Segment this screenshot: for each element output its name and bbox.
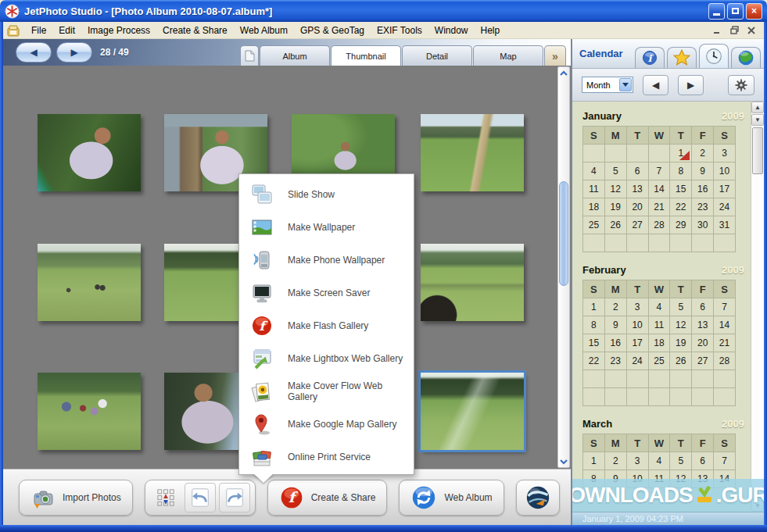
photo-meadow-path[interactable] xyxy=(421,114,524,191)
day-cell[interactable]: 13 xyxy=(692,316,714,334)
day-cell[interactable]: 20 xyxy=(626,198,648,216)
tab-map[interactable] xyxy=(731,47,761,68)
day-cell[interactable]: 22 xyxy=(583,352,605,370)
day-cell[interactable]: 16 xyxy=(692,180,714,198)
day-cell[interactable]: 28 xyxy=(648,216,670,234)
day-cell[interactable]: 3 xyxy=(626,298,648,316)
tab-favorites[interactable] xyxy=(667,47,697,68)
day-cell[interactable]: 22 xyxy=(670,198,692,216)
photo-area-scrollbar[interactable] xyxy=(557,66,570,468)
menu-item-make-phone-wallpaper[interactable]: Make Phone Wallpaper xyxy=(239,244,414,277)
day-cell[interactable]: 3 xyxy=(626,452,648,470)
previous-month-button[interactable]: ◀ xyxy=(643,75,668,95)
day-cell[interactable]: 4 xyxy=(648,452,670,470)
day-cell[interactable]: 21 xyxy=(714,334,736,352)
day-cell[interactable]: 5 xyxy=(604,162,626,180)
day-cell[interactable]: 26 xyxy=(670,352,692,370)
tab-calendar[interactable] xyxy=(699,44,729,68)
day-cell[interactable]: 3 xyxy=(714,145,736,162)
scroll-up-button[interactable] xyxy=(558,67,569,79)
day-cell[interactable]: 10 xyxy=(714,162,736,180)
menu-item-make-google-map-gallery[interactable]: Make Google Map Gallery xyxy=(239,408,414,441)
day-cell[interactable]: 7 xyxy=(648,162,670,180)
day-cell[interactable]: 26 xyxy=(604,216,626,234)
day-cell[interactable]: 23 xyxy=(604,352,626,370)
day-cell[interactable]: 19 xyxy=(670,334,692,352)
mdi-minimize-button[interactable] xyxy=(711,25,723,36)
calendar-scrollbar-thumb[interactable] xyxy=(752,127,763,174)
minimize-button[interactable] xyxy=(708,3,725,20)
tab-album[interactable]: Album xyxy=(260,45,330,66)
day-cell[interactable]: 10 xyxy=(626,316,648,334)
day-cell[interactable]: 2 xyxy=(604,452,626,470)
day-cell[interactable]: 18 xyxy=(648,334,670,352)
photo-meadow-crowd[interactable] xyxy=(421,244,524,321)
menu-item-make-lightbox-web-gallery[interactable]: Make Lightbox Web Gallery xyxy=(239,342,414,375)
view-mode-select[interactable]: Month xyxy=(582,77,633,93)
day-cell[interactable]: 15 xyxy=(670,180,692,198)
menu-item-make-wallpaper[interactable]: Make Wallpaper xyxy=(239,211,414,244)
redo-button[interactable] xyxy=(219,483,250,512)
day-cell[interactable]: 13 xyxy=(626,180,648,198)
day-cell[interactable]: 1 xyxy=(583,298,605,316)
google-earth-button[interactable] xyxy=(516,480,560,516)
day-cell[interactable]: 27 xyxy=(692,352,714,370)
day-cell[interactable]: 14 xyxy=(648,180,670,198)
day-cell[interactable]: 24 xyxy=(714,198,736,216)
menu-edit[interactable]: Edit xyxy=(52,23,81,37)
tab-info[interactable]: i xyxy=(635,47,665,68)
undo-button[interactable] xyxy=(185,483,216,512)
menu-create-share[interactable]: Create & Share xyxy=(156,23,234,37)
tab-map[interactable]: Map xyxy=(473,45,543,66)
mdi-close-button[interactable] xyxy=(745,25,758,36)
calendar-scroll-down-button[interactable]: ▼ xyxy=(751,114,764,126)
day-cell[interactable]: 6 xyxy=(692,298,714,316)
day-cell[interactable]: 7 xyxy=(714,452,736,470)
menu-item-make-screen-saver[interactable]: Make Screen Saver xyxy=(239,277,414,309)
day-cell[interactable]: 24 xyxy=(626,352,648,370)
day-cell[interactable]: 14 xyxy=(714,316,736,334)
day-cell[interactable]: 29 xyxy=(670,216,692,234)
tab-thumbnail[interactable]: Thumbnail xyxy=(331,45,401,66)
tab-detail[interactable]: Detail xyxy=(402,45,472,66)
day-cell[interactable]: 4 xyxy=(583,162,605,180)
day-cell[interactable]: 15 xyxy=(583,334,605,352)
day-cell[interactable]: 28 xyxy=(714,352,736,370)
menu-exif-tools[interactable]: EXIF Tools xyxy=(371,23,428,37)
web-album-button[interactable]: Web Album xyxy=(399,480,504,516)
day-cell[interactable]: 5 xyxy=(670,298,692,316)
day-cell[interactable]: 2 xyxy=(692,145,714,162)
single-page-view-button[interactable] xyxy=(240,45,259,66)
day-cell[interactable]: 6 xyxy=(692,452,714,470)
scrollbar-thumb[interactable] xyxy=(559,181,568,286)
day-cell[interactable]: 8 xyxy=(583,316,605,334)
maximize-button[interactable] xyxy=(727,3,744,20)
day-cell[interactable]: 12 xyxy=(670,316,692,334)
day-cell[interactable]: 8 xyxy=(670,162,692,180)
menu-item-slide-show[interactable]: Slide Show xyxy=(239,178,414,211)
menu-web-album[interactable]: Web Album xyxy=(234,23,294,37)
day-cell[interactable]: 17 xyxy=(626,334,648,352)
photo-man-leaning-fence[interactable] xyxy=(38,114,141,191)
menu-item-make-cover-flow-web-gallery[interactable]: Make Cover Flow Web Gallery xyxy=(239,375,414,408)
day-cell[interactable]: 25 xyxy=(648,352,670,370)
day-cell[interactable]: 23 xyxy=(692,198,714,216)
day-cell[interactable]: 1 xyxy=(670,145,692,162)
day-cell[interactable]: 9 xyxy=(692,162,714,180)
calendar-scroll-up-button[interactable]: ▲ xyxy=(751,102,764,113)
menu-gps-geotag[interactable]: GPS & GeoTag xyxy=(294,23,371,37)
day-cell[interactable]: 30 xyxy=(692,216,714,234)
photo-meadow-people[interactable] xyxy=(38,244,141,321)
menu-image-process[interactable]: Image Process xyxy=(81,23,156,37)
create-share-button[interactable]: f Create & Share xyxy=(267,480,388,516)
sort-photos-icon[interactable] xyxy=(150,483,181,512)
import-photos-button[interactable]: Import Photos xyxy=(19,480,133,516)
menu-item-online-print-service[interactable]: Online Print Service xyxy=(239,441,414,473)
previous-photo-button[interactable]: ◀ xyxy=(16,42,52,62)
day-cell[interactable]: 12 xyxy=(604,180,626,198)
day-cell[interactable]: 19 xyxy=(604,198,626,216)
calendar-settings-button[interactable] xyxy=(728,75,754,95)
day-cell[interactable]: 18 xyxy=(583,198,605,216)
mdi-restore-button[interactable] xyxy=(728,25,740,36)
day-cell[interactable]: 4 xyxy=(648,298,670,316)
